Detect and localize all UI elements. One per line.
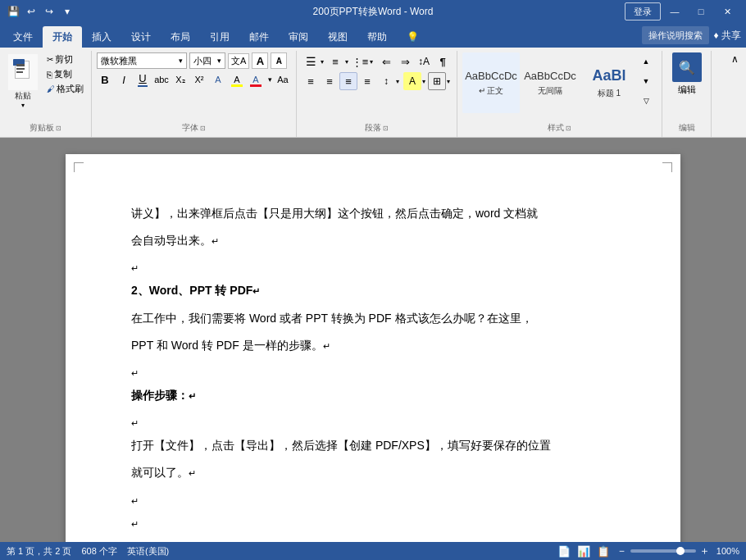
styles-label: 样式 ⊡: [457, 122, 662, 134]
paste-button[interactable]: 粘贴 ▾: [5, 52, 41, 111]
tab-home[interactable]: 开始: [43, 26, 82, 48]
styles-scroll-up-button[interactable]: ▲: [639, 52, 653, 71]
increase-indent-button[interactable]: ⇒: [396, 52, 414, 71]
strikethrough-button[interactable]: abc: [153, 71, 170, 88]
font-size-shrink-button[interactable]: A: [271, 52, 287, 69]
sort-button[interactable]: ↕A: [415, 52, 433, 71]
show-formatting-button[interactable]: ¶: [434, 52, 452, 71]
tab-view[interactable]: 视图: [318, 26, 357, 48]
para-4-text: PPT 和 Word 转 PDF 是一样的步骤。: [131, 339, 323, 352]
styles-expand-button[interactable]: ▽: [639, 92, 653, 110]
bold-button[interactable]: B: [97, 71, 113, 88]
tab-design[interactable]: 设计: [121, 26, 161, 48]
zoom-percent[interactable]: 100%: [716, 546, 739, 556]
styles-expand-icon[interactable]: ⊡: [566, 125, 571, 132]
para-row-1: ☰ ▾ ≡ ▾ ⋮≡ ▾ ⇐ ⇒ ↕A ¶: [302, 52, 452, 71]
tab-file[interactable]: 文件: [3, 26, 43, 48]
paragraph-expand-icon[interactable]: ⊡: [383, 125, 389, 132]
style-normal[interactable]: AaBbCcDc ↵ 正文: [462, 52, 520, 113]
view-mode-icon[interactable]: 📋: [597, 545, 610, 558]
cut-button[interactable]: ✂ 剪切: [44, 52, 86, 66]
zoom-thumb[interactable]: [676, 547, 685, 555]
para-empty-1: ↵: [131, 257, 615, 274]
multilevel-list-button[interactable]: ⋮≡: [351, 52, 369, 71]
font-size-dropdown: ▾: [217, 57, 221, 65]
maximize-button[interactable]: □: [689, 3, 713, 20]
font-size-select[interactable]: 小四 ▾: [189, 52, 225, 69]
tab-references[interactable]: 引用: [200, 26, 239, 48]
word-art-button[interactable]: 文A: [228, 53, 249, 69]
aa-button[interactable]: Aa: [275, 71, 291, 88]
bullets-dropdown[interactable]: ▾: [321, 58, 324, 66]
tab-insert[interactable]: 插入: [82, 26, 121, 48]
zoom-out-icon[interactable]: －: [616, 544, 627, 558]
numbering-dropdown[interactable]: ▾: [345, 58, 348, 66]
find-button[interactable]: 🔍: [672, 52, 702, 82]
italic-button[interactable]: I: [116, 71, 132, 88]
clipboard-expand-icon[interactable]: ⊡: [56, 125, 61, 132]
redo-icon[interactable]: ↪: [43, 5, 56, 18]
heading-text: 2、Word、PPT 转 PDF: [131, 284, 252, 297]
track-changes-icon[interactable]: 📊: [577, 545, 590, 558]
corner-top-left: [74, 162, 84, 172]
style-heading1[interactable]: AaBl 标题 1: [580, 52, 638, 113]
undo-icon[interactable]: ↩: [25, 5, 38, 18]
bullets-button[interactable]: ☰: [302, 52, 320, 71]
style-no-space[interactable]: AaBbCcDc 无间隔: [521, 52, 579, 113]
zoom-control[interactable]: － ＋: [616, 544, 710, 558]
font-color-button[interactable]: A: [248, 71, 264, 88]
font-expand-icon[interactable]: ⊡: [200, 125, 206, 132]
share-button[interactable]: ♦ 共享: [714, 29, 741, 43]
line-spacing-button[interactable]: ↕: [377, 72, 395, 90]
spelling-check-icon[interactable]: 📄: [557, 545, 571, 558]
para-6: 就可以了。↵: [131, 462, 615, 483]
tab-lightbulb[interactable]: 💡: [397, 26, 429, 48]
signin-button[interactable]: 登录: [625, 2, 661, 20]
shading-dropdown[interactable]: ▾: [422, 78, 425, 85]
decrease-indent-button[interactable]: ⇐: [377, 52, 395, 71]
font-color-dropdown[interactable]: ▾: [268, 75, 272, 84]
save-icon[interactable]: 💾: [7, 5, 20, 18]
shading-button[interactable]: A: [403, 72, 421, 90]
customize-qat-icon[interactable]: ▾: [61, 5, 74, 18]
close-button[interactable]: ✕: [715, 3, 739, 20]
superscript-button[interactable]: X²: [191, 71, 207, 88]
tab-help[interactable]: 帮助: [357, 26, 397, 48]
ribbon-collapse-button[interactable]: ∧: [726, 51, 743, 67]
tab-layout[interactable]: 布局: [161, 26, 200, 48]
para-3-text: 在工作中，我们需要将 Word 或者 PPT 转换为 PDF 格式该怎么办呢？在…: [131, 312, 533, 325]
line-spacing-dropdown[interactable]: ▾: [396, 78, 399, 85]
font-size-grow-button[interactable]: A: [252, 52, 268, 69]
borders-button[interactable]: ⊞: [428, 72, 446, 90]
status-bar-left: 第 1 页，共 2 页 608 个字 英语(美国): [7, 545, 169, 558]
para-mark-6: ↵: [189, 468, 196, 478]
text-effects-button[interactable]: A: [210, 71, 226, 88]
search-bar[interactable]: 操作说明搜索: [642, 26, 709, 44]
justify-button[interactable]: ≡: [358, 72, 376, 90]
align-right-button[interactable]: ≡: [339, 72, 357, 90]
zoom-in-icon[interactable]: ＋: [699, 544, 710, 558]
word-count: 608 个字: [81, 545, 116, 558]
font-name-select[interactable]: 微软雅黑 ▾: [97, 52, 187, 69]
tab-review[interactable]: 审阅: [279, 26, 318, 48]
align-center-button[interactable]: ≡: [321, 72, 339, 90]
numbering-button[interactable]: ≡: [326, 52, 344, 71]
styles-scroll-down-button[interactable]: ▼: [639, 72, 653, 90]
borders-dropdown[interactable]: ▾: [447, 78, 450, 85]
copy-label: 复制: [54, 68, 72, 80]
minimize-button[interactable]: —: [662, 3, 687, 20]
subscript-button[interactable]: X₂: [172, 71, 189, 88]
document-content[interactable]: 讲义】，出来弹框后点击【只是用大纲】这个按钮，然后点击确定，word 文档就 会…: [131, 203, 615, 530]
format-painter-button[interactable]: 🖌 格式刷: [44, 82, 86, 96]
underline-button[interactable]: U: [134, 71, 151, 88]
document-area[interactable]: 讲义】，出来弹框后点击【只是用大纲】这个按钮，然后点击确定，word 文档就 会…: [0, 138, 746, 542]
paste-dropdown-icon[interactable]: ▾: [21, 102, 25, 109]
copy-button[interactable]: ⎘ 复制: [44, 67, 86, 81]
zoom-track[interactable]: [630, 549, 696, 553]
tab-mailings[interactable]: 邮件: [239, 26, 279, 48]
multilevel-dropdown[interactable]: ▾: [370, 58, 373, 66]
paragraph-group: ☰ ▾ ≡ ▾ ⋮≡ ▾ ⇐ ⇒ ↕A ¶ ≡ ≡ ≡ ≡ ↕ ▾ A ▾: [297, 51, 457, 137]
align-left-button[interactable]: ≡: [302, 72, 320, 90]
highlight-button[interactable]: A: [229, 71, 245, 88]
page-info: 第 1 页，共 2 页: [7, 545, 71, 558]
